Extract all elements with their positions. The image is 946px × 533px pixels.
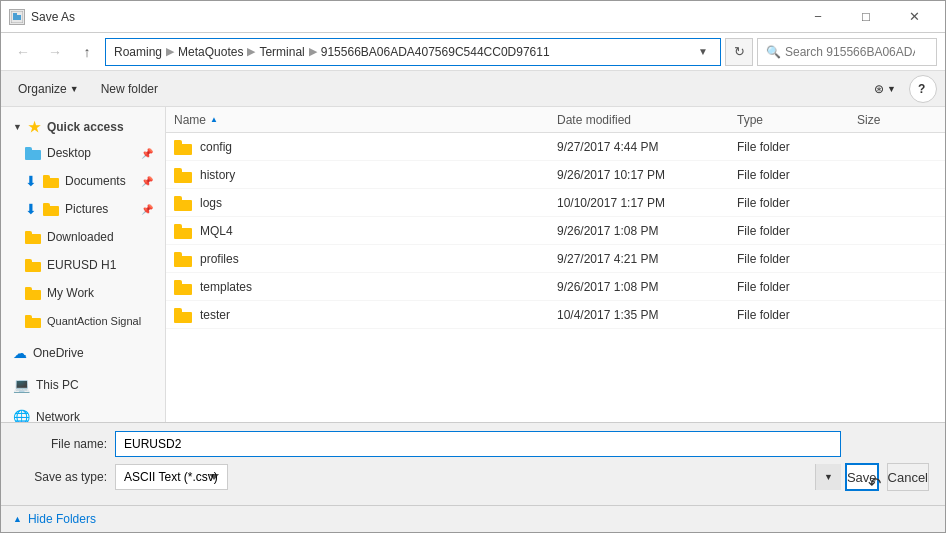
sort-arrow-icon: ▲: [210, 115, 218, 124]
file-date: 9/27/2017 4:44 PM: [557, 140, 737, 154]
path-hash: 915566BA06ADA407569C544CC0D97611: [321, 45, 550, 59]
folder-icon: [25, 147, 41, 159]
pin-icon: 📌: [141, 148, 153, 159]
file-type: File folder: [737, 252, 857, 266]
svg-rect-2: [13, 13, 17, 16]
address-bar: ← → ↑ Roaming ▶ MetaQuotes ▶ Terminal ▶ …: [1, 33, 945, 71]
maximize-button[interactable]: □: [843, 2, 889, 32]
file-list: Name ▲ Date modified Type Size: [166, 107, 945, 422]
sidebar-item-desktop[interactable]: Desktop 📌: [1, 139, 165, 167]
col-name-header[interactable]: Name ▲: [174, 113, 557, 127]
refresh-button[interactable]: ↻: [725, 38, 753, 66]
folder-icon: [25, 287, 41, 299]
savetype-row: Save as type: ASCII Text (*.csv) ▼ Save …: [17, 463, 929, 491]
savetype-dropdown-arrow[interactable]: ▼: [815, 464, 841, 490]
search-box[interactable]: 🔍: [757, 38, 937, 66]
folder-icon: [174, 168, 192, 182]
save-button[interactable]: Save ↶: [845, 463, 879, 491]
cancel-button[interactable]: Cancel: [887, 463, 929, 491]
file-name: logs: [200, 196, 222, 210]
folder-icon: [174, 196, 192, 210]
folder-icon: [174, 280, 192, 294]
view-dropdown-icon: ▼: [887, 84, 896, 94]
path-metaquotes: MetaQuotes: [178, 45, 243, 59]
folder-icon: [174, 252, 192, 266]
folder-icon: [174, 224, 192, 238]
sidebar-item-thispc[interactable]: 💻 This PC: [1, 371, 165, 399]
sidebar: ▼ ★ Quick access Desktop 📌 ⬇ Documents: [1, 107, 166, 422]
file-date: 9/26/2017 1:08 PM: [557, 224, 737, 238]
table-row[interactable]: config 9/27/2017 4:44 PM File folder: [166, 133, 945, 161]
search-icon: 🔍: [766, 45, 781, 59]
folder-icon: [25, 231, 41, 243]
path-dropdown-button[interactable]: ▼: [694, 38, 712, 66]
title-bar: Save As − □ ✕: [1, 1, 945, 33]
col-date-header[interactable]: Date modified: [557, 113, 737, 127]
file-type: File folder: [737, 168, 857, 182]
file-date: 9/27/2017 4:21 PM: [557, 252, 737, 266]
file-type: File folder: [737, 196, 857, 210]
toolbar: Organize ▼ New folder ⊛ ▼ ?: [1, 71, 945, 107]
filename-row: File name:: [17, 431, 929, 457]
pin-icon: 📌: [141, 204, 153, 215]
sidebar-item-pictures[interactable]: ⬇ Pictures 📌: [1, 195, 165, 223]
documents-icon: ⬇: [25, 173, 37, 189]
file-date: 9/26/2017 1:08 PM: [557, 280, 737, 294]
sidebar-item-network[interactable]: 🌐 Network: [1, 403, 165, 422]
folder-icon: [43, 175, 59, 187]
folder-icon: [25, 259, 41, 271]
file-name: MQL4: [200, 224, 233, 238]
sidebar-item-mywork[interactable]: My Work: [1, 279, 165, 307]
up-button[interactable]: ↑: [73, 38, 101, 66]
folder-icon: [25, 315, 41, 327]
table-row[interactable]: tester 10/4/2017 1:35 PM File folder: [166, 301, 945, 329]
minimize-button[interactable]: −: [795, 2, 841, 32]
network-icon: 🌐: [13, 409, 30, 422]
hide-folders-row[interactable]: ▲ Hide Folders: [1, 505, 945, 532]
sidebar-item-eurusd[interactable]: EURUSD H1: [1, 251, 165, 279]
file-type: File folder: [737, 280, 857, 294]
window-title: Save As: [31, 10, 795, 24]
quick-access-header[interactable]: ▼ ★ Quick access: [1, 115, 165, 139]
close-button[interactable]: ✕: [891, 2, 937, 32]
table-row[interactable]: MQL4 9/26/2017 1:08 PM File folder: [166, 217, 945, 245]
bottom-panel: File name: Save as type: ASCII Text (*.c…: [1, 422, 945, 505]
savetype-select-wrap: ASCII Text (*.csv) ▼: [115, 464, 841, 490]
sidebar-item-quantaction[interactable]: QuantAction Signal: [1, 307, 165, 335]
file-date: 9/26/2017 10:17 PM: [557, 168, 737, 182]
back-button[interactable]: ←: [9, 38, 37, 66]
sidebar-item-onedrive[interactable]: ☁ OneDrive: [1, 339, 165, 367]
sidebar-item-downloaded[interactable]: Downloaded: [1, 223, 165, 251]
col-size-header[interactable]: Size: [857, 113, 937, 127]
file-type: File folder: [737, 224, 857, 238]
new-folder-button[interactable]: New folder: [92, 75, 167, 103]
savetype-label: Save as type:: [17, 470, 107, 484]
address-path[interactable]: Roaming ▶ MetaQuotes ▶ Terminal ▶ 915566…: [105, 38, 721, 66]
savetype-select[interactable]: ASCII Text (*.csv): [115, 464, 228, 490]
sidebar-item-documents[interactable]: ⬇ Documents 📌: [1, 167, 165, 195]
organize-dropdown-icon: ▼: [70, 84, 79, 94]
folder-icon: [174, 308, 192, 322]
forward-button[interactable]: →: [41, 38, 69, 66]
file-type: File folder: [737, 308, 857, 322]
help-button[interactable]: ?: [909, 75, 937, 103]
filename-input[interactable]: [115, 431, 841, 457]
window-controls: − □ ✕: [795, 2, 937, 32]
table-row[interactable]: history 9/26/2017 10:17 PM File folder: [166, 161, 945, 189]
file-name: config: [200, 140, 232, 154]
filename-label: File name:: [17, 437, 107, 451]
file-name: profiles: [200, 252, 239, 266]
col-type-header[interactable]: Type: [737, 113, 857, 127]
table-row[interactable]: templates 9/26/2017 1:08 PM File folder: [166, 273, 945, 301]
quick-access-section: ▼ ★ Quick access Desktop 📌 ⬇ Documents: [1, 115, 165, 335]
organize-button[interactable]: Organize ▼: [9, 75, 88, 103]
search-input[interactable]: [785, 45, 915, 59]
pin-icon: 📌: [141, 176, 153, 187]
table-row[interactable]: logs 10/10/2017 1:17 PM File folder: [166, 189, 945, 217]
file-name: templates: [200, 280, 252, 294]
file-date: 10/10/2017 1:17 PM: [557, 196, 737, 210]
view-button[interactable]: ⊛ ▼: [865, 75, 905, 103]
folder-icon: [174, 140, 192, 154]
table-row[interactable]: profiles 9/27/2017 4:21 PM File folder: [166, 245, 945, 273]
folder-icon: [43, 203, 59, 215]
